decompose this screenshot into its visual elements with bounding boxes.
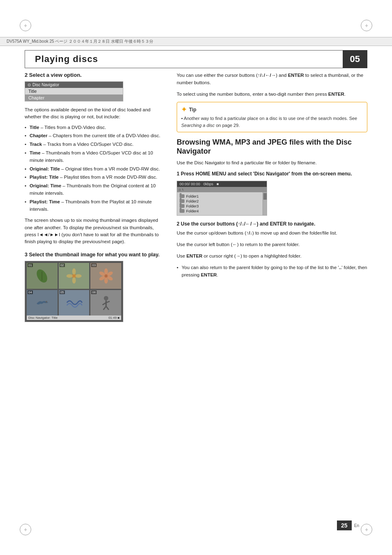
thumb-cell-5: 05 — [59, 290, 90, 315]
scrollbar[interactable] — [263, 192, 267, 215]
tip-header: ✦ Tip — [181, 106, 363, 113]
svg-point-5 — [66, 274, 72, 278]
list-item-playlist-title: Playlist: Title – Playlist titles from a… — [25, 174, 164, 181]
chapter-title-bar: Playing discs 05 — [25, 50, 367, 68]
tip-icon: ✦ — [181, 106, 187, 113]
tip-text: • Another way to find a particular place… — [181, 115, 363, 129]
reg-mark-bottom-left — [20, 524, 31, 535]
disc-nav-folders: Folder1 Folder2 Folder3 Folder4 — [177, 192, 263, 215]
disc-nav-topbar: 00:00/ 00:00 0kbps ■ — [177, 181, 267, 187]
thumb-icon-flower — [63, 267, 85, 285]
thumb-cell-3: 03 — [90, 263, 121, 288]
screen-text: The screen shows up to six moving thumbn… — [25, 217, 164, 245]
left-column: 2 Select a view option. ⊙ Disc Navigator… — [25, 72, 164, 514]
svg-point-14 — [46, 301, 47, 302]
menu-item-title[interactable]: Title — [25, 88, 123, 94]
header-bar: DV575A WY_Mid.book 25 ページ ２００４年１月２８日 水曜日… — [0, 37, 392, 46]
folder-4: Folder4 — [179, 209, 261, 214]
thumb-icon-bird — [31, 294, 53, 312]
folder-icon-3 — [180, 204, 184, 208]
thumb-icon-person — [95, 294, 117, 312]
disc-nav-icon: ⊙ — [28, 83, 31, 87]
list-item-playlist-time: Playlist: Time – Thumbnails from the Pla… — [25, 198, 164, 213]
chapter-label: Playing discs — [25, 50, 343, 68]
thumb-cell-4: 04 — [27, 290, 58, 315]
step2-nav-heading: 2 Use the cursor buttons (↑/↓/←/→) and E… — [177, 221, 367, 228]
tip-box: ✦ Tip • Another way to find a particular… — [177, 102, 367, 132]
svg-point-15 — [104, 296, 108, 300]
chapter-number: 05 — [343, 50, 367, 68]
svg-point-8 — [104, 268, 108, 274]
right-column: You can use either the cursor buttons (↑… — [177, 72, 367, 514]
nav-bullet-list: You can also return to the parent folder… — [177, 264, 367, 279]
thumb-cell-6: 06 — [90, 290, 121, 315]
list-item-time: Time – Thumbnails from a Video CD/Super … — [25, 150, 164, 164]
reg-mark-top-right — [361, 20, 372, 31]
list-item-original-time: Original: Time – Thumbnails from the Ori… — [25, 182, 164, 197]
disc-nav-body-area: Folder1 Folder2 Folder3 Folder4 — [177, 192, 267, 215]
folder-3: Folder3 — [179, 204, 261, 209]
header-text: DV575A WY_Mid.book 25 ページ ２００４年１月２８日 水曜日… — [7, 39, 153, 44]
content-area: 2 Select a view option. ⊙ Disc Navigator… — [25, 72, 367, 514]
thumb-icon-flower2 — [95, 267, 117, 285]
browse-body: Use the Disc Navigator to find a particu… — [177, 159, 367, 166]
menu-screenshot: ⊙ Disc Navigator Title Chapter — [25, 81, 123, 101]
intro-text: The options available depend on the kind… — [25, 106, 164, 121]
folder-icon-4 — [180, 209, 184, 213]
list-item-original-title: Original: Title – Original titles from a… — [25, 166, 164, 173]
cursor-text-1: You can use either the cursor buttons (↑… — [177, 72, 367, 87]
menu-item-chapter[interactable]: Chapter — [25, 94, 123, 101]
folder-2: Folder2 — [179, 199, 261, 204]
disc-nav-screenshot: 00:00/ 00:00 0kbps ■ ⌂ \ Folder1 Folder2 — [177, 181, 267, 216]
svg-point-6 — [75, 274, 81, 278]
nav-text-2: Use the cursor left button (←) to return… — [177, 241, 367, 249]
step3-heading: 3 Select the thumbnail image for what yo… — [25, 252, 164, 258]
scrollbar-thumb[interactable] — [263, 193, 267, 200]
menu-title-bar: ⊙ Disc Navigator — [25, 82, 123, 88]
step1-heading: 1 Press HOME MENU and select 'Disc Navig… — [177, 170, 367, 177]
nav-bullet-item: You can also return to the parent folder… — [177, 264, 367, 279]
disc-nav-toolbar: ⌂ \ — [177, 187, 267, 192]
thumb-icon-wave — [63, 294, 85, 312]
folder-icon-2 — [180, 199, 184, 203]
thumb-icon-leaf — [31, 267, 53, 285]
home-icon: ⌂ — [179, 188, 181, 191]
tip-label: Tip — [189, 107, 196, 113]
nav-text-1: Use the cursor up/down buttons (↑/↓) to … — [177, 230, 367, 237]
svg-line-20 — [106, 306, 109, 310]
folder-1: Folder1 — [179, 194, 261, 199]
svg-point-3 — [72, 268, 76, 274]
thumbnail-grid: 01 02 0 — [25, 261, 123, 322]
page-lang: En — [354, 523, 359, 528]
svg-point-4 — [72, 277, 76, 283]
page-footer: 25 En — [337, 520, 359, 530]
svg-line-19 — [103, 306, 106, 310]
thumb-grid-inner: 01 02 0 — [27, 263, 121, 315]
thumb-bottom-bar: Disc Navigator: Title 01:49 ■ — [27, 315, 121, 320]
options-list: Title – Titles from a DVD-Video disc. Ch… — [25, 124, 164, 213]
thumb-cell-2: 02 — [59, 263, 90, 288]
cursor-text-2: To select using the number buttons, ente… — [177, 91, 367, 98]
list-item-chapter: Chapter – Chapters from the current titl… — [25, 132, 164, 140]
nav-text-3: Use ENTER or cursor right (→) to open a … — [177, 253, 367, 260]
chapter-title-text: Playing discs — [35, 54, 98, 64]
list-item-title: Title – Titles from a DVD-Video disc. — [25, 124, 164, 131]
folder-icon-1 — [180, 194, 184, 198]
svg-point-11 — [104, 277, 108, 283]
reg-mark-bottom-right — [361, 524, 372, 535]
thumb-cell-1: 01 — [27, 263, 58, 288]
reg-mark-top-left — [20, 20, 31, 31]
browse-heading: Browsing WMA, MP3 and JPEG files with th… — [177, 138, 367, 156]
menu-title-text: Disc Navigator — [32, 83, 59, 87]
step2-heading: 2 Select a view option. — [25, 72, 164, 78]
list-item-track: Track – Tracks from a Video CD/Super VCD… — [25, 141, 164, 148]
page-number: 25 — [337, 520, 352, 530]
